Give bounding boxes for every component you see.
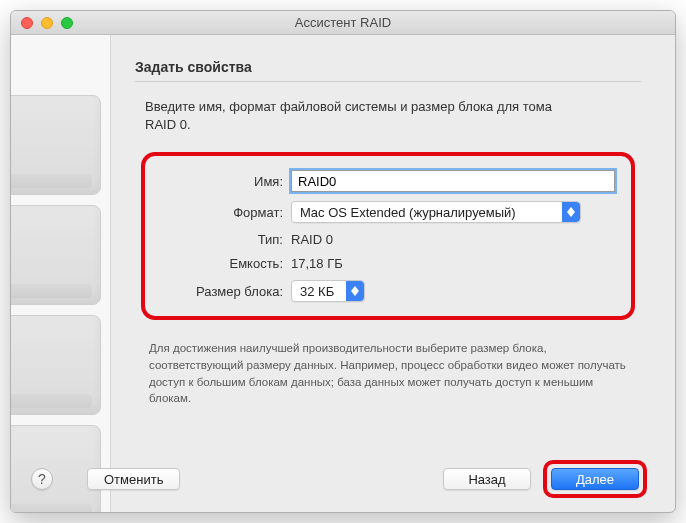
- next-button-highlight: Далее: [543, 460, 647, 498]
- format-label: Формат:: [161, 205, 291, 220]
- format-select-value: Mac OS Extended (журналируемый): [300, 205, 562, 220]
- disk-icon: [11, 315, 101, 415]
- disk-icon: [11, 205, 101, 305]
- cancel-button[interactable]: Отменить: [87, 468, 180, 490]
- block-size-select[interactable]: 32 КБ: [291, 280, 365, 302]
- window-controls: [11, 17, 73, 29]
- help-icon: ?: [38, 471, 46, 487]
- disk-icon: [11, 95, 101, 195]
- intro-text: Введите имя, формат файловой системы и р…: [135, 98, 641, 134]
- sidebar-illustration: [11, 35, 111, 512]
- page-heading: Задать свойства: [135, 59, 641, 75]
- main-panel: Задать свойства Введите имя, формат файл…: [111, 35, 675, 512]
- chevron-updown-icon: [346, 281, 364, 301]
- zoom-icon[interactable]: [61, 17, 73, 29]
- type-label: Тип:: [161, 232, 291, 247]
- minimize-icon[interactable]: [41, 17, 53, 29]
- hint-text: Для достижения наилучшей производительно…: [135, 340, 641, 407]
- name-input[interactable]: [291, 170, 615, 192]
- properties-group: Имя: Формат: Mac OS Extended (журналируе…: [141, 152, 635, 320]
- back-button[interactable]: Назад: [443, 468, 531, 490]
- type-value: RAID 0: [291, 232, 333, 247]
- capacity-value: 17,18 ГБ: [291, 256, 343, 271]
- name-label: Имя:: [161, 174, 291, 189]
- capacity-label: Емкость:: [161, 256, 291, 271]
- chevron-updown-icon: [562, 202, 580, 222]
- next-button[interactable]: Далее: [551, 468, 639, 490]
- block-size-label: Размер блока:: [161, 284, 291, 299]
- raid-assistant-window: Ассистент RAID Задать свойства Введите и…: [10, 10, 676, 513]
- close-icon[interactable]: [21, 17, 33, 29]
- footer: ? Отменить Назад Далее: [11, 460, 675, 498]
- window-title: Ассистент RAID: [11, 15, 675, 30]
- divider: [135, 81, 641, 82]
- titlebar: Ассистент RAID: [11, 11, 675, 35]
- help-button[interactable]: ?: [31, 468, 53, 490]
- block-size-value: 32 КБ: [300, 284, 346, 299]
- format-select[interactable]: Mac OS Extended (журналируемый): [291, 201, 581, 223]
